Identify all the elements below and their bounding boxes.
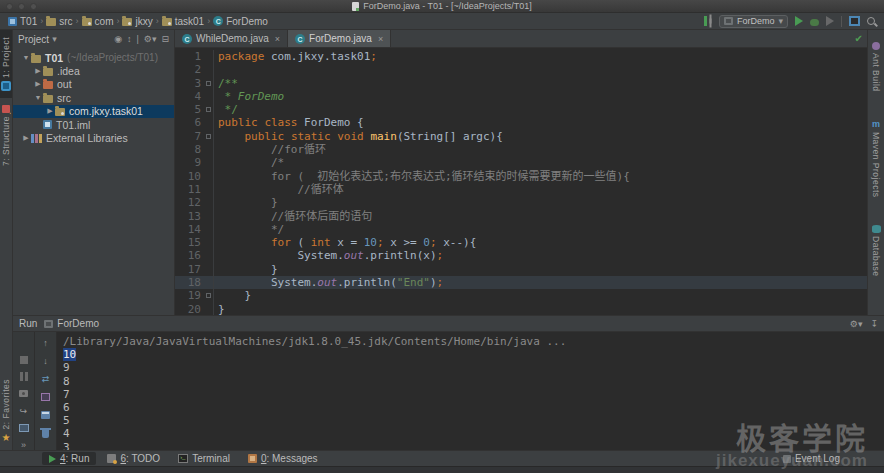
tool-button-database[interactable]: Database: [871, 218, 881, 283]
tree-row-t01[interactable]: ▼T01(~/IdeaProjects/T01): [13, 51, 174, 64]
tool-button-terminal[interactable]: Terminal: [171, 452, 237, 465]
fold-gutter: [205, 303, 214, 315]
close-icon[interactable]: ×: [275, 34, 280, 44]
pause-button[interactable]: [16, 371, 32, 382]
tool-button-0-messages[interactable]: 0: Messages: [241, 452, 325, 465]
project-structure-button[interactable]: [849, 16, 860, 26]
print-icon: [41, 411, 50, 419]
tab-whiledemo[interactable]: WhileDemo.java ×: [175, 30, 288, 47]
code-text: */: [214, 223, 284, 236]
tool-button-label: 6: TODO: [120, 453, 160, 464]
breadcrumb-label: ForDemo: [226, 16, 268, 27]
breadcrumb-label: com: [95, 16, 114, 27]
fold-marker-icon[interactable]: [206, 107, 211, 112]
terminal-icon: [178, 454, 188, 463]
tree-row-src[interactable]: ▼src: [13, 91, 174, 104]
tree-row--idea[interactable]: ▶.idea: [13, 64, 174, 77]
more-button[interactable]: »: [16, 439, 32, 450]
stop-button[interactable]: [16, 354, 32, 365]
close-icon[interactable]: ×: [378, 34, 383, 44]
breadcrumb-item-t01[interactable]: T01: [6, 16, 39, 27]
fold-marker-icon[interactable]: [206, 81, 211, 86]
tree-toggle-arrow[interactable]: ▶: [21, 134, 31, 142]
fold-marker-icon[interactable]: [206, 293, 211, 298]
run-tab-fordemo[interactable]: ForDemo: [44, 318, 99, 329]
run-with-coverage-button[interactable]: [826, 16, 834, 26]
chevron-down-icon[interactable]: ▾: [52, 34, 57, 44]
breadcrumb-item-fordemo[interactable]: ForDemo: [211, 16, 270, 27]
console-line: /Library/Java/JavaVirtualMachines/jdk1.8…: [63, 335, 884, 348]
close-window-button[interactable]: [6, 3, 13, 10]
code-line: 4 * ForDemo: [175, 90, 867, 103]
project-panel-header: Project ▾ ◉ ↕ | ⚙▾ ⊟: [13, 30, 174, 48]
tree-row-t01-iml[interactable]: T01.iml: [13, 118, 174, 131]
console-line: 8: [63, 375, 884, 388]
tree-row-com-jkxy-task01[interactable]: ▶com.jkxy.task01: [13, 105, 174, 118]
run-console-output[interactable]: /Library/Java/JavaVirtualMachines/jdk1.8…: [57, 332, 884, 450]
hide-panel-icon[interactable]: ⊟: [161, 34, 169, 44]
tree-toggle-arrow[interactable]: ▶: [45, 107, 55, 115]
tool-button-ant-build[interactable]: Ant Build: [871, 35, 881, 99]
search-everywhere-button[interactable]: [867, 17, 875, 25]
tool-button-label: 4: Run: [60, 453, 89, 464]
collapse-all-icon[interactable]: ↕: [127, 34, 132, 44]
console-line: 7: [63, 388, 884, 401]
vcs-changes-icon[interactable]: [704, 16, 707, 26]
monitor-button[interactable]: [16, 422, 32, 433]
debug-button[interactable]: [810, 19, 819, 26]
tree-toggle-arrow[interactable]: ▼: [33, 94, 43, 101]
restore-button[interactable]: [38, 391, 54, 403]
tree-toggle-arrow[interactable]: ▼: [21, 54, 31, 61]
code-line: 5 */: [175, 103, 867, 116]
console-line: 6: [63, 401, 884, 414]
zoom-window-button[interactable]: [30, 3, 37, 10]
tool-button-maven[interactable]: m Maven Projects: [871, 113, 881, 205]
minimize-window-button[interactable]: [18, 3, 25, 10]
tool-button-project[interactable]: 1: Project: [0, 30, 12, 98]
fold-marker-icon[interactable]: [206, 134, 211, 139]
camera-button[interactable]: [16, 388, 32, 399]
code-text: System.out.println("End");: [214, 276, 443, 289]
breadcrumb-separator: ›: [207, 16, 210, 26]
tree-row-external-libraries[interactable]: ▶External Libraries: [13, 131, 174, 144]
run-configuration-select[interactable]: ForDemo ▾: [719, 15, 788, 28]
tool-button-4-run[interactable]: 4: Run: [42, 452, 96, 465]
run-toolbar: ForDemo ▾: [704, 15, 878, 28]
up-button[interactable]: ↑: [38, 337, 54, 349]
tab-fordemo[interactable]: ForDemo.java ×: [288, 30, 391, 47]
run-panel-header: Run ForDemo ⚙▾ ↧: [13, 316, 884, 332]
fold-gutter: [205, 116, 214, 129]
code-editor[interactable]: 1package com.jkxy.task01;23/**4 * ForDem…: [175, 48, 867, 315]
softwrap-button[interactable]: ⇄: [38, 373, 54, 385]
tool-button-6-todo[interactable]: 6: TODO: [100, 452, 167, 465]
package-icon: [55, 108, 65, 116]
down-button[interactable]: ↓: [38, 355, 54, 367]
event-log-button[interactable]: Event Log: [795, 453, 840, 464]
trash-button[interactable]: [38, 427, 54, 439]
tree-row-out[interactable]: ▶out: [13, 78, 174, 91]
code-line: 20}: [175, 303, 867, 315]
tool-button-structure[interactable]: 7: Structure: [1, 98, 11, 173]
tool-button-favorites[interactable]: 2: Favorites ★: [1, 372, 11, 450]
fold-gutter: [205, 196, 214, 209]
print-button[interactable]: [38, 409, 54, 421]
gear-icon[interactable]: ⚙▾: [144, 34, 157, 44]
fold-gutter: [205, 236, 214, 249]
breadcrumb-item-task01[interactable]: task01: [160, 16, 206, 27]
gear-icon[interactable]: ⚙▾: [850, 319, 863, 329]
breadcrumb-item-com[interactable]: com: [80, 16, 116, 27]
code-line: 19 }: [175, 289, 867, 302]
exit-button[interactable]: ↪: [16, 405, 32, 416]
code-line: 12 }: [175, 196, 867, 209]
line-number: 20: [175, 303, 205, 315]
hide-panel-icon[interactable]: ↧: [870, 319, 878, 329]
tree-toggle-arrow[interactable]: ▶: [33, 80, 43, 88]
run-button[interactable]: [795, 16, 803, 26]
breadcrumb-item-src[interactable]: src: [44, 16, 74, 27]
fold-gutter: [205, 63, 214, 76]
locate-file-icon[interactable]: ◉: [114, 34, 122, 44]
breadcrumb-item-jkxy[interactable]: jkxy: [120, 16, 154, 27]
rerun-button[interactable]: [16, 337, 32, 348]
ide-window: ForDemo.java - T01 - [~/IdeaProjects/T01…: [0, 0, 884, 473]
tree-toggle-arrow[interactable]: ▶: [33, 67, 43, 75]
